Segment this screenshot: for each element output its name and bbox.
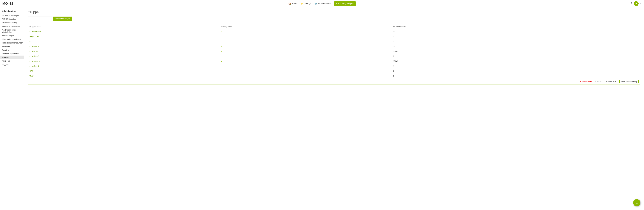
layout: Administration MOXIS Einstellungen MOXIS…: [0, 7, 644, 210]
sidebar-item-platzhalter[interactable]: Platzhalter generieren: [0, 24, 24, 28]
plus-icon: +: [336, 2, 338, 5]
table-row[interactable]: moxisApprover✓15043: [28, 59, 640, 64]
group-name-input[interactable]: [28, 16, 52, 21]
sidebar-item-moxis-branding[interactable]: MOXIS Branding: [0, 17, 24, 21]
group-name-cell: Test 1: [28, 74, 219, 79]
folder-icon: 📁: [300, 2, 303, 5]
table-header-row: Gruppenname Modulgruppe Anzahl Benutzer: [28, 24, 640, 29]
empty-checkbox: [221, 55, 223, 57]
table-row[interactable]: HR12: [28, 69, 640, 74]
sidebar-item-logging[interactable]: Logging: [0, 63, 24, 66]
row-actions-cell: [596, 64, 640, 69]
add-group-button[interactable]: Gruppe hinzufügen: [53, 16, 72, 21]
row-actions-cell: [596, 29, 640, 34]
sidebar-item-auswertungen[interactable]: Auswertungen: [0, 34, 24, 38]
fab-button[interactable]: 1: [633, 199, 640, 206]
table-row[interactable]: moxisUser✓15043: [28, 49, 640, 54]
sidebar-item-moxis-einstellungen[interactable]: MOXIS Einstellungen: [0, 14, 24, 17]
group-name-link[interactable]: moxisOwner: [30, 45, 40, 48]
table-row[interactable]: testgruppe17: [28, 34, 640, 39]
avatar[interactable]: AH: [634, 1, 638, 6]
row-actions-cell: [596, 69, 640, 74]
sidebar-item-benutzer[interactable]: Benutzer: [0, 48, 24, 52]
sidebar-item-gruppe[interactable]: Gruppe: [0, 56, 24, 59]
modulgruppe-cell: [219, 69, 392, 74]
add-user-button[interactable]: Add user: [596, 80, 602, 83]
group-name-link[interactable]: moxisRole3: [30, 55, 39, 57]
logo: MO×IS: [2, 2, 14, 6]
check-icon: ✓: [221, 50, 223, 52]
group-name-link[interactable]: HR1: [30, 70, 33, 72]
check-icon: ✓: [221, 45, 223, 48]
table-row[interactable]: Test 10: [28, 74, 640, 79]
page-title: Gruppe: [28, 10, 640, 14]
modulgruppe-cell: [219, 54, 392, 59]
group-name-link[interactable]: Test 1: [30, 75, 34, 77]
empty-checkbox: [221, 70, 223, 72]
add-group-row: Gruppe hinzufügen: [28, 16, 640, 21]
table-row[interactable]: CEO1: [28, 39, 640, 44]
empty-checkbox: [221, 40, 223, 42]
nav-auftraege-label: Aufträge: [304, 2, 311, 5]
group-name-cell: HR1: [28, 69, 219, 74]
chevron-down-icon: ▼: [640, 3, 642, 4]
group-name-cell: moxisApprover: [28, 59, 219, 64]
auftrag-anlegen-label: + Auftrag anlegen: [338, 2, 354, 5]
anzahl-cell: 15043: [392, 59, 596, 64]
check-icon: ✓: [221, 30, 223, 33]
table-row[interactable]: moxisOwner✓57: [28, 44, 640, 49]
modulgruppe-cell: ✓: [219, 49, 392, 54]
sidebar-item-audit-trail[interactable]: Audit Trail: [0, 59, 24, 63]
nav-center: 🏠 Home 📁 Aufträge ⚙️ Administration + + …: [288, 1, 356, 6]
nav-administration-label: Administration: [318, 2, 330, 5]
group-name-link[interactable]: moxisRole1: [30, 65, 39, 67]
show-users-in-group-button[interactable]: Show users in Group: [619, 80, 638, 83]
table-row[interactable]: moxisRole30: [28, 54, 640, 59]
anzahl-cell: 0: [392, 54, 596, 59]
row-actions-cell: [596, 59, 640, 64]
home-icon: 🏠: [288, 2, 291, 5]
sidebar-item-fehlerbenachrichtigungen[interactable]: Fehlerbenachrichtigungen: [0, 41, 24, 45]
group-name-link[interactable]: moxisApprover: [30, 60, 42, 62]
anzahl-cell: 2: [392, 69, 596, 74]
nav-auftraege[interactable]: 📁 Aufträge: [300, 2, 311, 5]
group-name-link[interactable]: moxisUser: [30, 50, 38, 52]
group-name-cell: CEO: [28, 39, 219, 44]
auftrag-anlegen-button[interactable]: + + Auftrag anlegen: [334, 1, 356, 6]
sidebar-item-nachverarbeitung[interactable]: Nachverarbeitung wiederholen: [0, 28, 24, 34]
sidebar-item-benutzer-registrieren[interactable]: Benutzer registrieren: [0, 52, 24, 56]
remove-user-button[interactable]: Remove user: [606, 80, 616, 83]
help-icon[interactable]: ?: [631, 2, 632, 5]
nav-right: ? AH ▼: [631, 1, 642, 6]
anzahl-cell: 57: [392, 44, 596, 49]
sidebar-item-prozessverwaltung[interactable]: Prozessverwaltung: [0, 21, 24, 24]
group-name-link[interactable]: testgruppe1: [30, 36, 39, 38]
group-name-cell: moxisObserver: [28, 29, 219, 34]
nav-administration[interactable]: ⚙️ Administration: [315, 2, 330, 5]
row-actions-cell: [596, 74, 640, 79]
gear-icon: ⚙️: [315, 2, 318, 5]
anzahl-cell: 1: [392, 39, 596, 44]
group-name-cell: moxisUser: [28, 49, 219, 54]
group-name-link[interactable]: CEO: [30, 40, 34, 42]
gruppe-loeschen-button[interactable]: Gruppe löschen: [580, 80, 592, 83]
sidebar-item-lizenzdatei[interactable]: Lizenzdatei exportieren: [0, 38, 24, 41]
modulgruppe-cell: [219, 34, 392, 39]
col-gruppenname: Gruppenname: [28, 24, 219, 29]
table-row[interactable]: moxisObserver✓53: [28, 29, 640, 34]
col-anzahl: Anzahl Benutzer: [392, 24, 596, 29]
empty-checkbox: [221, 75, 223, 77]
col-actions: [596, 24, 640, 29]
header: MO×IS 🏠 Home 📁 Aufträge ⚙️ Administratio…: [0, 0, 644, 7]
anzahl-cell: 7: [392, 34, 596, 39]
empty-checkbox: [221, 65, 223, 67]
group-name-link[interactable]: moxisObserver: [30, 30, 42, 32]
row-actions-cell: [596, 49, 640, 54]
modulgruppe-cell: ✓: [219, 29, 392, 34]
sidebar-item-biometrie[interactable]: Biometrie: [0, 45, 24, 48]
table-row[interactable]: moxisRole11: [28, 64, 640, 69]
nav-home[interactable]: 🏠 Home: [288, 2, 297, 5]
check-icon: ✓: [221, 60, 223, 62]
modulgruppe-cell: [219, 64, 392, 69]
anzahl-cell: 53: [392, 29, 596, 34]
